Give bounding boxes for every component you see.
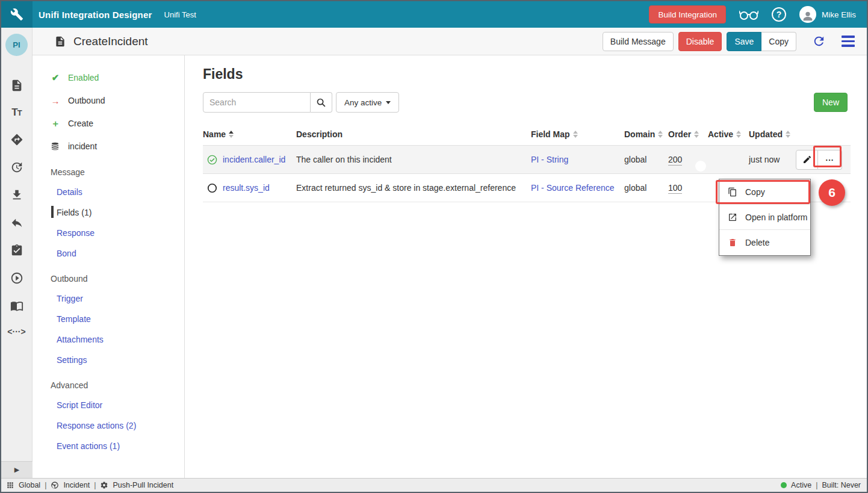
download-icon[interactable] — [10, 188, 23, 202]
external-link-icon — [728, 212, 737, 222]
nav-item-bond[interactable]: Bond — [57, 248, 184, 258]
nav-section-advanced: Advanced — [51, 380, 184, 390]
sort-icon — [573, 131, 578, 138]
copy-record-button[interactable]: Copy — [761, 32, 796, 51]
inactive-circle-icon — [207, 183, 217, 193]
search-button[interactable] — [311, 92, 332, 113]
save-button[interactable]: Save — [727, 32, 761, 51]
glasses-icon[interactable] — [739, 8, 758, 20]
nav-item-settings[interactable]: Settings — [57, 355, 184, 365]
column-header-active[interactable]: Active — [708, 129, 749, 139]
pencil-icon — [802, 155, 812, 164]
wrench-icon — [10, 8, 23, 21]
field-description: The caller on this incident — [296, 155, 531, 164]
field-map-link[interactable]: PI - Source Reference — [531, 183, 624, 193]
edit-field-button[interactable] — [796, 150, 818, 170]
nav-item-attachments[interactable]: Attachments — [57, 334, 184, 344]
help-icon[interactable]: ? — [772, 7, 786, 22]
nav-item-create[interactable]: ＋ Create — [51, 118, 184, 129]
sort-asc-icon — [229, 131, 234, 138]
process-icon — [51, 481, 59, 489]
sort-icon — [736, 131, 741, 138]
more-actions-button[interactable]: ... — [818, 150, 842, 170]
trash-icon — [728, 238, 737, 247]
message-doc-icon — [54, 36, 66, 48]
nav-item-response-actions[interactable]: Response actions (2) — [57, 420, 184, 430]
active-filter-dropdown[interactable]: Any active — [336, 92, 399, 113]
task-check-icon[interactable] — [10, 244, 23, 257]
text-fields-icon[interactable]: TT — [11, 107, 21, 119]
sort-icon — [694, 131, 699, 138]
context-menu-delete[interactable]: Delete — [719, 230, 810, 255]
nav-item-outbound[interactable]: → Outbound — [51, 95, 184, 106]
expand-rail-button[interactable]: ▶ — [1, 461, 33, 478]
nav-item-event-actions[interactable]: Event actions (1) — [57, 441, 184, 451]
nav-item-response[interactable]: Response — [57, 228, 184, 238]
database-icon — [51, 141, 60, 151]
field-domain: global — [624, 183, 668, 193]
nav-item-trigger[interactable]: Trigger — [57, 293, 184, 303]
app-logo[interactable] — [1, 1, 33, 28]
update-history-icon[interactable] — [10, 161, 23, 174]
page-title: CreateIncident — [73, 35, 148, 48]
disable-button[interactable]: Disable — [678, 32, 722, 51]
copy-icon — [728, 187, 737, 197]
nav-item-enabled[interactable]: ✔ Enabled — [51, 72, 184, 83]
field-domain: global — [624, 155, 668, 164]
user-avatar-icon — [799, 6, 816, 23]
fields-content: Fields Any active New — [185, 55, 867, 478]
column-header-order[interactable]: Order — [668, 129, 708, 139]
nav-section-message: Message — [51, 167, 184, 177]
field-order-editable[interactable]: 200 — [668, 155, 682, 166]
search-input[interactable] — [203, 92, 311, 113]
top-navbar: Unifi Integration Designer Unifi Test Bu… — [1, 1, 867, 28]
column-header-field-map[interactable]: Field Map — [531, 129, 624, 139]
column-header-description[interactable]: Description — [296, 129, 531, 139]
field-order-editable[interactable]: 100 — [668, 183, 682, 194]
document-icon[interactable] — [10, 79, 23, 92]
section-title: Fields — [203, 66, 848, 82]
app-title: Unifi Integration Designer — [39, 10, 152, 20]
directions-icon[interactable] — [10, 133, 23, 146]
build-message-button[interactable]: Build Message — [603, 32, 674, 51]
book-icon[interactable] — [10, 299, 23, 312]
process-label[interactable]: Incident — [63, 481, 90, 489]
menu-button[interactable] — [842, 36, 855, 47]
row-context-menu: Copy Open in platform Delete — [719, 179, 811, 256]
field-description: Extract returned sys_id & store in stage… — [296, 183, 531, 193]
table-header-row: Name Description Field Map D — [203, 123, 851, 146]
sort-icon — [786, 131, 790, 138]
nav-item-script-editor[interactable]: Script Editor — [57, 400, 184, 410]
scope-label[interactable]: Global — [19, 481, 40, 489]
nav-item-incident[interactable]: incident — [51, 141, 184, 152]
column-header-updated[interactable]: Updated — [749, 129, 796, 139]
context-menu-open-in-platform[interactable]: Open in platform — [719, 205, 810, 230]
play-circle-icon[interactable] — [10, 271, 23, 285]
integration-avatar[interactable]: PI — [5, 34, 28, 56]
user-name: Mike Ellis — [822, 10, 856, 19]
record-header: CreateIncident Build Message Disable Sav… — [33, 28, 867, 55]
user-menu[interactable]: Mike Ellis — [799, 6, 856, 23]
build-integration-button[interactable]: Build Integration — [649, 5, 726, 23]
search-icon — [316, 98, 326, 108]
field-map-link[interactable]: PI - String — [531, 155, 624, 164]
active-status-dot — [781, 482, 787, 488]
column-header-domain[interactable]: Domain — [624, 129, 668, 139]
nav-item-fields[interactable]: Fields (1) — [57, 207, 184, 217]
integration-label[interactable]: Push-Pull Incident — [113, 481, 173, 489]
refresh-button[interactable] — [812, 34, 826, 48]
grid-icon — [6, 481, 14, 489]
context-menu-copy[interactable]: Copy — [719, 179, 810, 205]
field-name-link[interactable]: incident.caller_id — [223, 155, 285, 164]
reply-icon[interactable] — [10, 216, 23, 229]
field-name-link[interactable]: result.sys_id — [223, 183, 270, 193]
column-header-name[interactable]: Name — [203, 129, 296, 139]
code-icon[interactable]: <···> — [7, 327, 25, 336]
arrow-right-icon: → — [51, 96, 60, 106]
new-field-button[interactable]: New — [814, 93, 848, 112]
field-updated: just now — [749, 155, 796, 164]
nav-item-template[interactable]: Template — [57, 314, 184, 324]
check-icon: ✔ — [51, 72, 60, 83]
refresh-icon — [812, 34, 826, 48]
nav-item-details[interactable]: Details — [57, 187, 184, 197]
